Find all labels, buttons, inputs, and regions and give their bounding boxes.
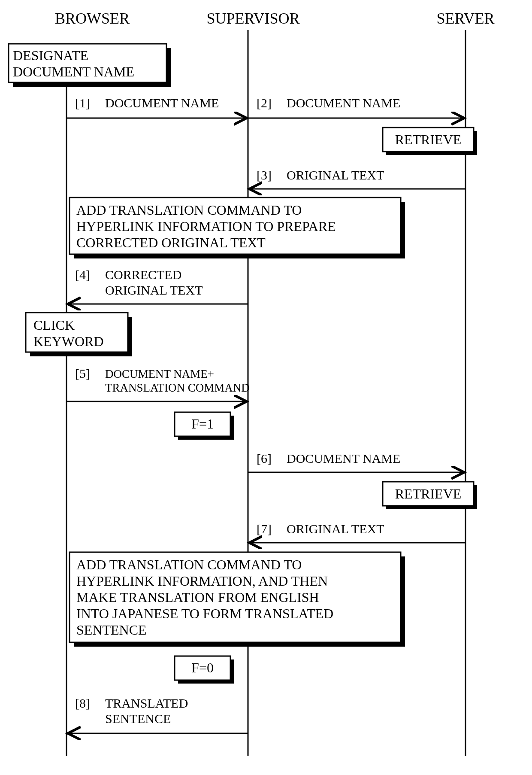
box-f-reset: F=0 bbox=[175, 656, 234, 684]
box-retrieve-2: RETRIEVE bbox=[383, 482, 477, 509]
svg-text:MAKE TRANSLATION FROM ENGLISH: MAKE TRANSLATION FROM ENGLISH bbox=[76, 590, 319, 605]
svg-text:F=1: F=1 bbox=[191, 416, 214, 432]
svg-text:RETRIEVE: RETRIEVE bbox=[395, 132, 462, 147]
msg4-num: [4] bbox=[75, 267, 90, 282]
msg4-text-line1: ORIGINAL TEXT bbox=[105, 283, 203, 297]
msg8-text-line0: TRANSLATED bbox=[105, 696, 188, 710]
svg-text:RETRIEVE: RETRIEVE bbox=[395, 486, 462, 501]
msg6-num: [6] bbox=[257, 451, 272, 465]
svg-text:ADD TRANSLATION COMMAND TO: ADD TRANSLATION COMMAND TO bbox=[76, 557, 302, 572]
msg1-text: DOCUMENT NAME bbox=[105, 96, 219, 110]
msg6-text: DOCUMENT NAME bbox=[287, 451, 400, 465]
box-f-set: F=1 bbox=[175, 412, 234, 440]
msg7-text: ORIGINAL TEXT bbox=[287, 522, 384, 536]
svg-text:HYPERLINK INFORMATION TO PREPA: HYPERLINK INFORMATION TO PREPARE bbox=[76, 219, 336, 234]
svg-text:F=0: F=0 bbox=[191, 660, 214, 675]
svg-text:INTO JAPANESE TO FORM TRANSLAT: INTO JAPANESE TO FORM TRANSLATED bbox=[76, 606, 333, 621]
actor-supervisor: SUPERVISOR bbox=[206, 10, 299, 27]
msg3-text: ORIGINAL TEXT bbox=[287, 168, 384, 182]
svg-text:DESIGNATE: DESIGNATE bbox=[13, 48, 88, 63]
msg3-num: [3] bbox=[257, 168, 272, 182]
sequence-diagram: BROWSER SUPERVISOR SERVER DESIGNATE DOCU… bbox=[0, 0, 532, 775]
actor-browser: BROWSER bbox=[55, 10, 130, 27]
msg5-text-line0: DOCUMENT NAME+ bbox=[105, 368, 214, 380]
msg1-num: [1] bbox=[75, 96, 90, 110]
svg-text:HYPERLINK INFORMATION, AND THE: HYPERLINK INFORMATION, AND THEN bbox=[76, 573, 328, 589]
msg5-num: [5] bbox=[75, 366, 90, 380]
box-process-2: ADD TRANSLATION COMMAND TO HYPERLINK INF… bbox=[70, 552, 405, 647]
msg2-text: DOCUMENT NAME bbox=[287, 96, 400, 110]
svg-text:ADD TRANSLATION COMMAND TO: ADD TRANSLATION COMMAND TO bbox=[76, 202, 302, 218]
msg2-num: [2] bbox=[257, 96, 272, 110]
box-click-keyword: CLICK KEYWORD bbox=[26, 313, 132, 356]
msg5-text-line1: TRANSLATION COMMAND bbox=[105, 381, 250, 394]
msg8-num: [8] bbox=[75, 696, 90, 710]
msg7-num: [7] bbox=[257, 522, 272, 536]
svg-text:CORRECTED ORIGINAL TEXT: CORRECTED ORIGINAL TEXT bbox=[76, 235, 266, 250]
svg-text:DOCUMENT NAME: DOCUMENT NAME bbox=[13, 64, 134, 79]
msg8-text-line1: SENTENCE bbox=[105, 711, 171, 726]
box-retrieve-1: RETRIEVE bbox=[383, 128, 477, 155]
actor-server: SERVER bbox=[436, 10, 494, 27]
svg-text:SENTENCE: SENTENCE bbox=[76, 622, 147, 638]
svg-text:CLICK: CLICK bbox=[33, 317, 75, 333]
msg4-text-line0: CORRECTED bbox=[105, 267, 181, 282]
box-designate: DESIGNATE DOCUMENT NAME bbox=[9, 44, 171, 87]
box-process-1: ADD TRANSLATION COMMAND TO HYPERLINK INF… bbox=[70, 198, 405, 258]
svg-text:KEYWORD: KEYWORD bbox=[33, 334, 104, 349]
